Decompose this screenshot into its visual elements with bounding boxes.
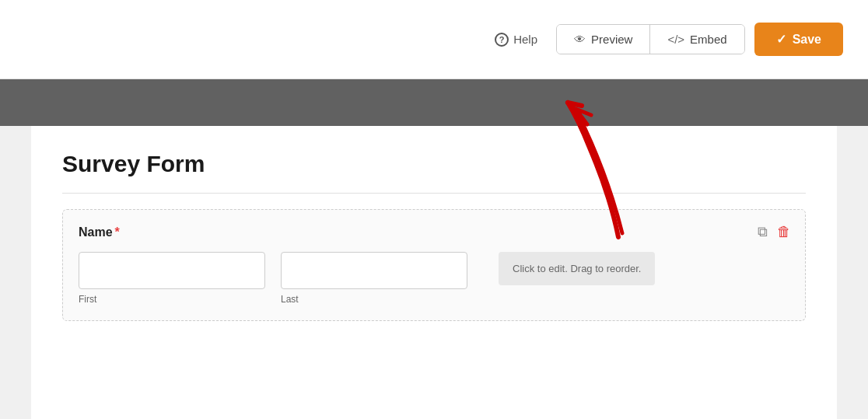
main-content-area: Survey Form Name* ⧉ 🗑 First Last Cl: [31, 126, 837, 419]
last-name-input[interactable]: [281, 252, 467, 289]
help-button[interactable]: ? Help: [485, 26, 547, 53]
gray-section-bar: [0, 79, 868, 126]
form-title: Survey Form: [62, 151, 806, 177]
first-name-group: First: [79, 252, 265, 305]
edit-hint-container: Click to edit. Drag to reorder.: [499, 252, 655, 285]
save-label: Save: [793, 33, 821, 47]
preview-button[interactable]: 👁 Preview: [557, 25, 650, 54]
topbar: ? Help 👁 Preview </> Embed ✓ Save: [0, 0, 868, 79]
name-field-card: Name* ⧉ 🗑 First Last Click to edit. Drag…: [62, 209, 806, 321]
embed-button[interactable]: </> Embed: [650, 25, 744, 54]
preview-embed-group: 👁 Preview </> Embed: [556, 24, 745, 54]
field-label-name: Name*: [79, 225, 789, 239]
last-name-group: Last: [281, 252, 467, 305]
duplicate-icon: ⧉: [758, 224, 768, 239]
trash-icon: 🗑: [777, 224, 791, 239]
embed-label: Embed: [690, 33, 727, 46]
preview-label: Preview: [591, 33, 632, 46]
save-button[interactable]: ✓ Save: [754, 23, 843, 56]
edit-hint-text: Click to edit. Drag to reorder.: [499, 252, 655, 285]
first-name-input[interactable]: [79, 252, 265, 289]
eye-icon: 👁: [574, 33, 586, 46]
delete-field-button[interactable]: 🗑: [775, 222, 793, 242]
title-divider: [62, 193, 806, 194]
field-actions: ⧉ 🗑: [756, 222, 793, 242]
help-label: Help: [513, 33, 537, 46]
first-name-label: First: [79, 294, 265, 305]
last-name-label: Last: [281, 294, 467, 305]
name-field-inputs: First Last Click to edit. Drag to reorde…: [79, 252, 789, 305]
help-icon: ?: [495, 33, 509, 47]
checkmark-icon: ✓: [776, 32, 786, 47]
code-icon: </>: [667, 33, 684, 46]
required-asterisk: *: [115, 225, 120, 239]
duplicate-field-button[interactable]: ⧉: [756, 222, 769, 242]
